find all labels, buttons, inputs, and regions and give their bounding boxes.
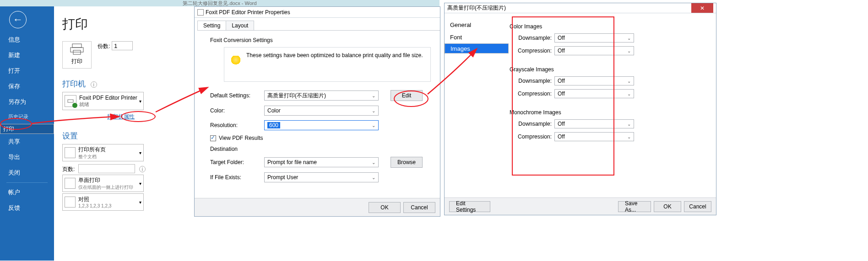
resolution-select[interactable]: 600 ⌄	[264, 120, 379, 130]
lightbulb-icon	[231, 56, 241, 66]
nav-feedback[interactable]: 反馈	[0, 200, 54, 216]
nav-info[interactable]: 信息	[0, 32, 54, 48]
chevron-down-icon: ▾	[139, 150, 141, 155]
nav-account[interactable]: 帐户	[0, 185, 54, 200]
printer-icon	[70, 43, 84, 55]
nav-open[interactable]: 打开	[0, 63, 54, 79]
chevron-down-icon: ⌄	[627, 134, 631, 139]
printer-name: Foxit PDF Editor Printer	[79, 95, 139, 101]
hq-nav-general[interactable]: General	[445, 19, 509, 31]
gray-compression-value: Off	[558, 91, 565, 97]
foxit-ok-button[interactable]: OK	[369, 202, 401, 213]
if-exists-select[interactable]: Prompt User ⌄	[264, 172, 379, 182]
nav-print[interactable]: 打印	[0, 124, 54, 134]
chevron-down-icon: ⌄	[372, 160, 375, 165]
nav-new[interactable]: 新建	[0, 48, 54, 63]
if-exists-label: If File Exists:	[210, 174, 264, 181]
nav-history[interactable]: 历史记录	[0, 110, 54, 124]
chevron-down-icon: ⌄	[372, 93, 375, 98]
setting-collate-label: 对照	[78, 196, 139, 203]
pages-input[interactable]	[78, 164, 135, 173]
back-arrow[interactable]: ←	[9, 11, 27, 28]
svg-rect-3	[68, 100, 73, 102]
gray-downsample-select[interactable]: Off⌄	[554, 76, 634, 85]
mono-downsample-select[interactable]: Off⌄	[554, 119, 634, 128]
nav-export[interactable]: 导出	[0, 149, 54, 165]
printer-properties-link[interactable]: 打印机属性	[107, 113, 135, 121]
nav-close[interactable]: 关闭	[0, 165, 54, 181]
view-pdf-checkbox[interactable]	[210, 135, 216, 141]
setting-collate-sub: 1,2,3 1,2,3 1,2,3	[78, 203, 139, 208]
foxit-title: Foxit PDF Editor Printer Properties	[206, 9, 290, 16]
default-settings-value: 高质量打印(不压缩图片)	[267, 92, 326, 100]
printer-status-icon	[65, 95, 76, 107]
setting-collate[interactable]: 对照 1,2,3 1,2,3 1,2,3 ▾	[62, 193, 144, 211]
foxit-titlebar: Foxit PDF Editor Printer Properties	[195, 7, 440, 18]
nav-saveas[interactable]: 另存为	[0, 94, 54, 110]
copies-input[interactable]	[112, 41, 133, 50]
setting-print-all-label: 打印所有页	[78, 146, 139, 154]
setting-print-all[interactable]: 打印所有页 整个文档 ▾	[62, 144, 144, 161]
gray-downsample-value: Off	[558, 78, 565, 84]
chevron-down-icon: ▾	[139, 99, 141, 104]
app-icon	[197, 9, 204, 16]
mono-compression-select[interactable]: Off⌄	[554, 132, 634, 141]
chevron-down-icon: ⌄	[372, 108, 375, 113]
pages-label: 页数:	[62, 166, 75, 172]
setting-one-sided[interactable]: 单面打印 仅在纸面的一侧上进行打印 ▾	[62, 175, 144, 192]
word-backstage-nav: ← 信息 新建 打开 保存 另存为 历史记录 打印 共享 导出 关闭 帐户 反馈	[0, 6, 54, 261]
hq-nav: General Font Images	[445, 13, 509, 197]
chevron-down-icon: ⌄	[627, 36, 631, 41]
grp-mono-title: Monochrome Images	[510, 109, 711, 116]
word-title-bar: 第二轮大修回复意见.docx - Word	[0, 0, 439, 6]
hq-saveas-button[interactable]: Save As...	[618, 201, 651, 212]
print-heading: 打印	[62, 16, 191, 33]
svg-rect-1	[71, 48, 83, 52]
hq-nav-font[interactable]: Font	[445, 31, 509, 43]
setting-print-all-sub: 整个文档	[78, 154, 139, 160]
color-compression-select[interactable]: Off⌄	[554, 46, 634, 55]
hq-nav-images[interactable]: Images	[445, 43, 509, 53]
target-folder-value: Prompt for file name	[267, 159, 317, 165]
close-button[interactable]: ✕	[691, 3, 713, 13]
color-compression-label: Compression:	[509, 48, 552, 54]
setting-one-sided-sub: 仅在纸面的一侧上进行打印	[78, 184, 139, 191]
chevron-down-icon: ⌄	[627, 91, 631, 96]
hq-ok-button[interactable]: OK	[654, 201, 681, 212]
default-settings-select[interactable]: 高质量打印(不压缩图片) ⌄	[264, 91, 379, 101]
color-downsample-value: Off	[558, 35, 565, 41]
info-icon[interactable]: i	[139, 166, 146, 172]
nav-share[interactable]: 共享	[0, 134, 54, 149]
color-label: Color:	[210, 107, 264, 114]
color-downsample-select[interactable]: Off⌄	[554, 33, 634, 43]
printer-select[interactable]: Foxit PDF Editor Printer 就绪 ▾	[62, 92, 144, 110]
chevron-down-icon: ▾	[139, 181, 141, 186]
color-select[interactable]: Color ⌄	[264, 106, 379, 116]
gray-downsample-label: Downsample:	[509, 78, 552, 84]
mono-compression-label: Compression:	[509, 133, 552, 140]
color-downsample-label: Downsample:	[509, 35, 552, 41]
chevron-down-icon: ⌄	[372, 123, 375, 128]
edit-settings-button[interactable]: Edit Settings	[449, 201, 490, 212]
copies-group: 份数:	[98, 41, 133, 50]
foxit-heading: Foxit Conversion Settings	[210, 37, 434, 43]
foxit-cancel-button[interactable]: Cancel	[403, 202, 435, 213]
color-compression-value: Off	[558, 48, 565, 54]
nav-save[interactable]: 保存	[0, 79, 54, 94]
target-folder-label: Target Folder:	[210, 159, 264, 165]
gray-compression-select[interactable]: Off⌄	[554, 89, 634, 98]
edit-button[interactable]: Edit	[391, 90, 423, 101]
tab-layout[interactable]: Layout	[226, 21, 254, 30]
info-icon[interactable]: i	[91, 81, 97, 88]
big-print-label: 打印	[63, 58, 91, 65]
mono-compression-value: Off	[558, 133, 565, 140]
big-print-button[interactable]: 打印	[62, 41, 92, 69]
mono-downsample-label: Downsample:	[509, 121, 552, 127]
tab-setting[interactable]: Setting	[197, 21, 226, 30]
target-folder-select[interactable]: Prompt for file name ⌄	[264, 157, 379, 167]
setting-one-sided-label: 单面打印	[78, 176, 139, 184]
onesided-icon	[65, 178, 76, 189]
hq-cancel-button[interactable]: Cancel	[684, 201, 711, 212]
browse-button[interactable]: Browse	[391, 157, 423, 168]
hint-box: These settings have been optimized to ba…	[224, 47, 431, 82]
